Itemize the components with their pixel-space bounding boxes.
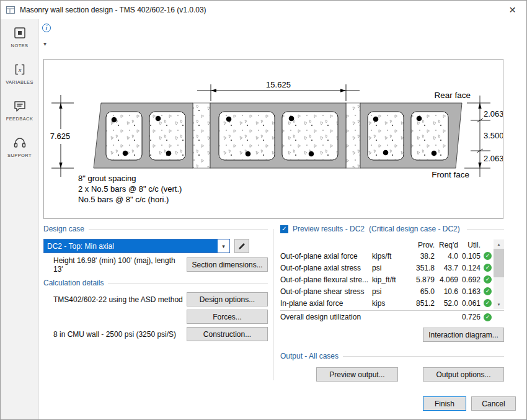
design-options-button[interactable]: Design options... <box>187 292 268 306</box>
result-util: 0.105 <box>458 252 480 261</box>
scrollbar-up-icon[interactable]: ▲ <box>494 239 504 249</box>
dim-arrow <box>478 103 481 109</box>
grout-gap <box>346 103 360 168</box>
design-case-combobox[interactable]: DC2 - Top: Min axial ▾ <box>43 239 230 253</box>
sidebar-item-variables[interactable]: x VARIABLES <box>1 62 38 85</box>
info-icon[interactable]: i <box>42 24 51 32</box>
result-name: Out-of-plane shear stress <box>280 287 372 296</box>
result-name: Out-of-plane flexural stre... <box>280 275 372 284</box>
result-unit: kips/ft <box>372 252 407 261</box>
dim-left-label: 7.625 <box>50 132 71 141</box>
preview-results-checkbox[interactable]: ✓ <box>280 225 288 233</box>
section-preview-panel: 15.625 7.625 <box>43 59 503 219</box>
edit-design-case-button[interactable] <box>234 239 249 253</box>
info-icon-glyph: i <box>46 25 48 31</box>
sidebar-item-notes[interactable]: NOTES <box>1 25 38 48</box>
sidebar-item-label: NOTES <box>11 43 29 48</box>
forces-button[interactable]: Forces... <box>187 310 268 324</box>
status-pass-icon: ✓ <box>484 252 492 260</box>
scrollbar-down-icon[interactable]: ▼ <box>494 300 504 309</box>
notes-icon <box>12 25 27 40</box>
result-util: 0.124 <box>458 264 480 272</box>
dim-arrow <box>59 103 62 109</box>
result-req: 4.0 <box>435 252 458 261</box>
section-dimensions-button[interactable]: Section dimensions... <box>187 257 268 272</box>
design-case-header: Design case <box>43 225 268 233</box>
dialog-footer: Finish Cancel <box>423 396 516 411</box>
result-util: 0.061 <box>458 299 480 308</box>
calculation-details-header: Calculation details <box>43 279 268 287</box>
sidebar-item-feedback[interactable]: FEEDBACK <box>1 99 38 122</box>
combo-dropdown-icon[interactable]: ▾ <box>218 239 229 252</box>
overall-label: Overall design utilization <box>280 313 407 321</box>
finish-button[interactable]: Finish <box>423 396 466 411</box>
results-scrollbar[interactable]: ▲ ▼ <box>494 239 504 309</box>
dim-arrow <box>59 163 62 168</box>
pencil-icon <box>237 242 246 251</box>
preview-results-label: Preview results - DC2 <box>293 225 365 233</box>
dim-arrow <box>478 163 481 168</box>
table-row[interactable]: Out-of-plane axial force kips/ft 38.2 4.… <box>280 250 494 262</box>
status-pass-icon: ✓ <box>484 275 492 284</box>
app-icon <box>6 5 16 15</box>
construction-button[interactable]: Construction... <box>187 327 268 341</box>
table-row[interactable]: Out-of-plane shear stress psi 65.0 10.6 … <box>280 285 494 297</box>
diagram-note-3: No.5 bars @ 8" c/c (hori.) <box>78 195 169 204</box>
design-case-selected: DC2 - Top: Min axial <box>44 239 218 252</box>
result-req: 43.7 <box>435 264 458 272</box>
front-face-label: Front face <box>432 170 469 179</box>
table-row[interactable]: Out-of-plane flexural stre... kip_ft/ft … <box>280 274 494 285</box>
result-req: 10.6 <box>435 287 458 296</box>
result-name: Out-of-plane axial stress <box>280 264 372 272</box>
interaction-diagram-button[interactable]: Interaction diagram... <box>423 328 504 342</box>
col-req-header: Req'd <box>435 241 458 249</box>
result-prov: 851.2 <box>407 299 435 308</box>
preview-output-button[interactable]: Preview output... <box>316 367 398 382</box>
result-unit: kips <box>372 299 407 308</box>
critical-case-label: (Critical design case - DC2) <box>369 225 460 233</box>
result-util: 0.692 <box>458 275 480 284</box>
result-unit: kip_ft/ft <box>372 275 407 284</box>
cancel-button[interactable]: Cancel <box>471 396 516 411</box>
result-name: In-plane axial force <box>280 299 372 308</box>
window-title: Masonry wall section design - TMS 402/60… <box>20 6 206 14</box>
result-prov: 38.2 <box>407 252 435 261</box>
overall-value: 0.726 <box>458 313 480 321</box>
result-prov: 5.879 <box>407 275 435 284</box>
chevron-down-icon[interactable]: ▾ <box>43 41 46 47</box>
scrollbar-thumb[interactable] <box>494 249 504 277</box>
status-pass-icon: ✓ <box>484 299 492 307</box>
title-bar: Masonry wall section design - TMS 402/60… <box>1 1 526 19</box>
overall-utilization-row: Overall design utilization 0.726 ✓ <box>280 310 504 323</box>
output-options-button[interactable]: Output options... <box>423 367 504 382</box>
status-pass-icon: ✓ <box>484 313 492 321</box>
status-pass-icon: ✓ <box>484 264 492 272</box>
close-button[interactable]: ✕ <box>498 1 526 19</box>
result-prov: 65.0 <box>407 287 435 296</box>
result-unit: psi <box>372 287 407 296</box>
dim-arrow <box>211 89 216 92</box>
result-prov: 351.8 <box>407 264 435 272</box>
support-icon <box>12 135 27 150</box>
close-icon: ✕ <box>509 5 516 15</box>
svg-text:x: x <box>17 66 22 73</box>
wall-section-diagram: 15.625 7.625 <box>44 60 503 218</box>
left-toolbar: NOTES x VARIABLES FEEDBACK <box>1 19 39 419</box>
dim-right-mid-label: 3.500 <box>484 131 503 140</box>
results-table-header: Prov. Req'd Util. <box>280 239 494 250</box>
result-name: Out-of-plane axial force <box>280 252 372 261</box>
dim-arrow <box>340 89 346 92</box>
sidebar-item-label: VARIABLES <box>6 79 33 85</box>
design-case-section: Design case DC2 - Top: Min axial ▾ Heigh… <box>43 225 268 341</box>
sidebar-item-support[interactable]: SUPPORT <box>1 135 38 158</box>
result-req: 52.0 <box>435 299 458 308</box>
dim-right-bottom-label: 2.063 <box>484 154 503 163</box>
output-header: Output - All cases <box>280 352 504 360</box>
dim-top-label: 15.625 <box>266 80 291 89</box>
col-prov-header: Prov. <box>407 241 435 249</box>
feedback-icon <box>12 99 27 114</box>
table-row[interactable]: Out-of-plane axial stress psi 351.8 43.7… <box>280 262 494 274</box>
table-row[interactable]: In-plane axial force kips 851.2 52.0 0.0… <box>280 297 494 309</box>
dialog-window: Masonry wall section design - TMS 402/60… <box>0 0 527 420</box>
grout-gap <box>193 103 210 168</box>
